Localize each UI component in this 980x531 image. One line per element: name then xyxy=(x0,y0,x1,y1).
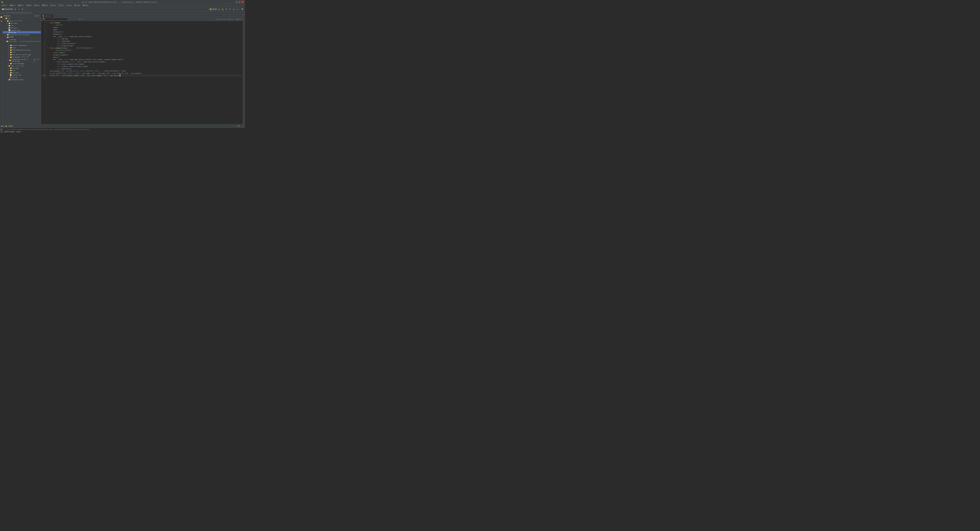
project-dropdown[interactable]: 📁 Project ▼ xyxy=(1,8,13,10)
tree-item-pyvenv[interactable]: ▶ 📄 pyvenv.cfg xyxy=(3,29,41,31)
code-editor[interactable]: 1 2 3 4 5 6 7 8 9 10 11 12 13 14 15 16 1… xyxy=(41,21,243,124)
tree-btn[interactable]: ≡ xyxy=(18,8,21,11)
regex-option[interactable]: Regex ? xyxy=(234,18,242,20)
tree-item-lib[interactable]: ▶ 📁 Lib xyxy=(3,24,41,27)
profile-button[interactable]: ⏱ xyxy=(229,8,232,11)
search-input[interactable] xyxy=(42,18,68,21)
match-case-option[interactable]: Match Case xyxy=(215,18,226,20)
match-case-label: Match Case xyxy=(217,18,226,20)
tree-label-external: 外部库 xyxy=(9,36,14,38)
tree-item-venv[interactable]: ▼ 📁 venv library 根 xyxy=(3,20,41,22)
tree-item-external[interactable]: ▼ 📁 外部库 xyxy=(3,36,41,38)
run-config-selector[interactable]: 🐍 sy1 ▼ xyxy=(209,8,218,10)
search-funnel-btn[interactable]: ⊡ xyxy=(82,18,84,20)
maximize-button[interactable]: □ xyxy=(239,1,241,3)
run-play-icon[interactable]: ▶ xyxy=(0,128,3,131)
menu-run[interactable]: 运行(U) xyxy=(49,4,57,7)
run-button[interactable]: ▶ xyxy=(218,8,221,11)
line-num-17: 17 xyxy=(41,58,46,61)
tree-item-typeshed[interactable]: ▶ 📁 Typeshed Stubs xyxy=(3,79,41,81)
tree-layout-icon[interactable]: ≡ xyxy=(36,15,37,17)
menu-refactor[interactable]: 重构(B) xyxy=(41,4,49,7)
words-option[interactable]: Words xyxy=(227,18,233,20)
search-find-prev-btn[interactable]: ↑ xyxy=(73,18,75,20)
tree-item-dlls[interactable]: ▶ 📁 DLLs xyxy=(3,47,41,49)
tree-item-sy1py2[interactable]: ▶ 🐍 sy1.py xyxy=(3,77,41,79)
tree-item-pip[interactable]: ▶ 📁 pip-19.0.3-py3.8.egg xyxy=(3,54,41,56)
error-indicator xyxy=(244,14,244,15)
words-label: Words xyxy=(228,18,233,20)
menu-view[interactable]: 视图(V) xyxy=(17,4,25,7)
tree-item-sitepackages[interactable]: ▶ 📁 site-packages xyxy=(3,62,41,65)
concurrency-button[interactable]: ⇉ xyxy=(232,8,235,11)
debug-button[interactable]: 🐛 xyxy=(221,8,224,11)
regex-help-icon[interactable]: ? xyxy=(241,18,242,20)
tree-item-include2[interactable]: ▶ 📁 Include xyxy=(3,67,41,69)
menu-edit[interactable]: 编辑(E) xyxy=(9,4,17,7)
run-rerun-icon[interactable]: ↺ xyxy=(0,131,3,133)
tree-item-sy1py-venv[interactable]: ▶ 🐍 sy1.py xyxy=(3,31,41,33)
run-close-btn[interactable]: ─ xyxy=(241,124,244,128)
tree-item-sy1[interactable]: ▼ 📁 sy1 xyxy=(3,18,41,20)
run-tab-label[interactable]: sy1 xyxy=(8,125,13,127)
search-prev-btn[interactable]: ↑ xyxy=(68,18,70,20)
menu-vcs[interactable]: VCS(S) xyxy=(65,4,73,6)
project-panel-icon[interactable]: 📁 xyxy=(0,15,3,18)
run-header-label: Run: xyxy=(1,125,5,127)
config-btn[interactable]: ⚙ xyxy=(21,8,24,11)
line-num-25: 25 xyxy=(41,77,46,79)
tree-collapse-icon[interactable]: ─ xyxy=(39,15,40,17)
path-sy1[interactable]: sy1 xyxy=(1,12,3,14)
line-num-8: 8 xyxy=(41,38,46,40)
main-layout: 📁 🔖 Project ⚙ ≡ ⚙ ─ ▼ 📁 sy1 ▼ 📁 v xyxy=(0,14,245,124)
tree-item-venv2[interactable]: ▼ 📁 venv library 根 xyxy=(3,65,41,67)
menu-window[interactable]: 窗口(W) xyxy=(73,4,81,7)
search-filter-btn[interactable]: ⊞ xyxy=(79,18,81,20)
tree-item-setuptools[interactable]: ▶ 📁 setuptools-40.8.0-py3.8.egg library … xyxy=(3,58,41,62)
search-find-next-btn[interactable]: ↓ xyxy=(76,18,78,20)
menu-tools[interactable]: 工具(T) xyxy=(57,4,65,7)
tree-settings-icon[interactable]: ⚙ xyxy=(38,15,38,17)
coverage-button[interactable]: ☂ xyxy=(225,8,228,11)
tree-item-scripts[interactable]: ▶ 📁 Scripts xyxy=(3,27,41,29)
tree-item-extdefs[interactable]: ▶ 📁 Extended Definitions xyxy=(3,49,41,51)
gutter-17[interactable]: ▽ xyxy=(46,58,48,61)
code-content[interactable]: class human: '''这是人类''' name='' age=0 st… xyxy=(48,21,243,124)
minimize-button[interactable]: ─ xyxy=(235,1,238,3)
tab-close-icon[interactable]: ✕ xyxy=(51,15,52,17)
editor-tabs: 🐍 sy1.py ✕ xyxy=(41,14,243,18)
search-next-btn[interactable]: ↓ xyxy=(71,18,73,20)
settings-btn[interactable]: ⚙ xyxy=(14,8,17,11)
menu-help[interactable]: 帮助(H) xyxy=(81,4,89,7)
folder-icon-dlls: 📁 xyxy=(10,47,12,49)
tree-item-lib3[interactable]: ▶ 📁 Lib xyxy=(3,69,41,72)
menu-code[interactable]: 代码(C) xyxy=(33,4,41,7)
close-button[interactable]: ✕ xyxy=(242,1,244,3)
run-settings-btn[interactable]: ⚙ xyxy=(237,124,240,128)
menu-file[interactable]: 文件(F) xyxy=(0,4,8,7)
tree-item-binary[interactable]: ▶ 📁 Binary Skeletons xyxy=(3,45,41,47)
tree-suffix-python38: C:\Users\SWL\PycharmProjects xyxy=(19,41,40,42)
tree-item-lib2[interactable]: ▶ 📁 Lib xyxy=(3,51,41,54)
tree-item-include[interactable]: ▶ 📁 Include xyxy=(3,22,41,24)
gutter-6 xyxy=(46,33,48,35)
tree-item-python38-lib[interactable]: ▶ 📁 Python38 library 根 xyxy=(3,56,41,59)
folder-icon-lib: 📁 xyxy=(8,24,11,26)
collapse-btn[interactable]: ─ xyxy=(24,8,27,11)
tab-sy1py[interactable]: 🐍 sy1.py ✕ xyxy=(41,14,54,18)
tree-gear-icon[interactable]: ⚙ xyxy=(35,15,36,17)
tree-arrow-binary: ▶ xyxy=(8,45,10,46)
bookmark-icon[interactable]: 🔖 xyxy=(0,19,3,22)
gutter-7[interactable]: ▽ xyxy=(46,35,48,38)
gutter-20 xyxy=(46,65,48,67)
menu-nav[interactable]: 导航(N) xyxy=(25,4,33,7)
tree-item-scratches[interactable]: ▶ 📁 Scratches and Consoles xyxy=(3,33,41,36)
gutter-12[interactable]: ▽ xyxy=(46,47,48,49)
tree-item-pyvenv2[interactable]: ▶ 📄 pyvenv.cfg xyxy=(3,74,41,77)
search-everywhere-btn[interactable]: 🔍 xyxy=(241,8,244,11)
line-numbers: 1 2 3 4 5 6 7 8 9 10 11 12 13 14 15 16 1… xyxy=(41,21,46,124)
tree-item-scripts2[interactable]: ▶ 📁 Scripts xyxy=(3,72,41,74)
tree-item-python38[interactable]: ▼ 📁 < Python 3.8 (sy1) > C:\Users\SWL\Py… xyxy=(3,38,41,45)
stop-button[interactable]: ■ xyxy=(236,8,239,11)
tree-arrow-include: ▶ xyxy=(7,22,8,24)
